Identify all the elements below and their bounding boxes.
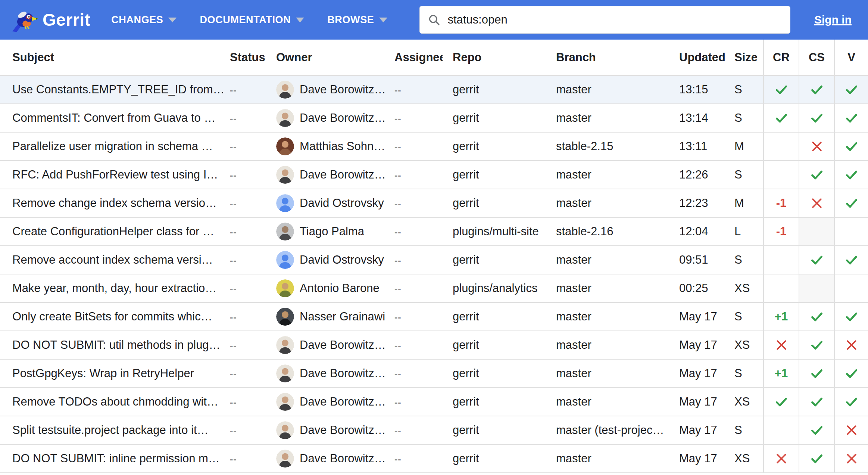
owner-name[interactable]: Dave Borowitz (… <box>300 168 387 181</box>
table-row[interactable]: Make year, month, day, hour extractio… -… <box>0 274 868 302</box>
table-row[interactable]: Remove change index schema versio… -- Da… <box>0 189 868 217</box>
repo-link[interactable]: gerrit <box>453 253 479 266</box>
v-vote-cell <box>834 331 868 359</box>
change-size: S <box>734 310 742 323</box>
cr-vote-cell <box>764 132 799 161</box>
repo-link[interactable]: gerrit <box>453 338 479 351</box>
branch-link[interactable]: master <box>556 83 591 96</box>
owner-name[interactable]: Dave Borowitz (… <box>300 111 387 125</box>
repo-link[interactable]: gerrit <box>453 452 479 465</box>
repo-link[interactable]: gerrit <box>453 111 479 124</box>
change-subject[interactable]: Make year, month, day, hour extractio… <box>12 282 216 295</box>
change-subject[interactable]: RFC: Add PushForReview test using I… <box>12 168 218 181</box>
change-subject[interactable]: Parallelize user migration in schema … <box>12 140 213 153</box>
change-subject[interactable]: Remove account index schema versi… <box>12 253 213 266</box>
change-subject[interactable]: Remove TODOs about chmodding wit… <box>12 395 218 408</box>
owner-name[interactable]: Dave Borowitz (… <box>300 452 387 465</box>
owner-name[interactable]: Dave Borowitz (… <box>300 395 387 409</box>
table-row[interactable]: DO NOT SUBMIT: inline permission m… -- D… <box>0 444 868 473</box>
updated-time: 09:51 <box>679 253 708 266</box>
assignee-cell: -- <box>387 161 443 189</box>
change-subject[interactable]: Use Constants.EMPTY_TREE_ID from… <box>12 83 225 96</box>
owner-name[interactable]: Antonio Barone <box>300 282 380 295</box>
size-cell: S <box>725 302 764 331</box>
branch-link[interactable]: master <box>556 253 591 266</box>
change-subject[interactable]: DO NOT SUBMIT: inline permission m… <box>12 452 220 465</box>
repo-link[interactable]: gerrit <box>453 423 479 437</box>
check-icon <box>844 366 859 381</box>
repo-link[interactable]: gerrit <box>453 367 479 380</box>
branch-link[interactable]: master <box>556 196 591 209</box>
table-row[interactable]: Only create BitSets for commits whic… --… <box>0 302 868 331</box>
table-row[interactable]: Split testsuite.project package into it…… <box>0 416 868 444</box>
owner-name[interactable]: Dave Borowitz (… <box>300 338 387 352</box>
repo-link[interactable]: gerrit <box>453 196 479 209</box>
branch-link[interactable]: master <box>556 367 591 380</box>
change-subject[interactable]: Create ConfigurationHelper class for … <box>12 225 214 238</box>
repo-cell: gerrit <box>443 75 546 104</box>
change-subject[interactable]: Split testsuite.project package into it… <box>12 423 209 437</box>
table-row[interactable]: Parallelize user migration in schema … -… <box>0 132 868 161</box>
owner-name[interactable]: Matthias Sohn (… <box>300 140 387 153</box>
owner-cell: Dave Borowitz (… <box>275 331 387 359</box>
owner-name[interactable]: Nasser Grainawi <box>300 310 385 323</box>
updated-cell: 12:04 <box>669 217 725 246</box>
assignee-cell: -- <box>387 388 443 416</box>
cross-icon <box>809 139 824 154</box>
repo-cell: gerrit <box>443 104 546 132</box>
owner-name[interactable]: Dave Borowitz (… <box>300 367 387 380</box>
owner-name[interactable]: Dave Borowitz (… <box>300 83 387 96</box>
table-row[interactable]: Remove TODOs about chmodding wit… -- Dav… <box>0 388 868 416</box>
nav-browse[interactable]: BROWSE <box>327 14 387 26</box>
branch-link[interactable]: master <box>556 452 591 465</box>
nav-documentation-label: DOCUMENTATION <box>200 14 291 26</box>
table-row[interactable]: Use Constants.EMPTY_TREE_ID from… -- Dav… <box>0 75 868 104</box>
column-header-cs: CS <box>799 40 834 75</box>
change-subject[interactable]: Remove change index schema versio… <box>12 196 217 209</box>
cs-vote-cell <box>799 416 834 444</box>
owner-name[interactable]: David Ostrovsky <box>300 196 384 210</box>
check-icon <box>809 309 824 324</box>
table-row[interactable]: DO NOT SUBMIT: util methods in plug… -- … <box>0 331 868 359</box>
branch-link[interactable]: master <box>556 282 591 295</box>
branch-link[interactable]: master <box>556 310 591 323</box>
repo-link[interactable]: gerrit <box>453 83 479 96</box>
search-bar[interactable] <box>419 6 790 34</box>
repo-link[interactable]: gerrit <box>453 140 479 153</box>
table-row[interactable]: Create ConfigurationHelper class for … -… <box>0 217 868 246</box>
subject-cell: Remove account index schema versi… <box>0 246 229 274</box>
owner-name[interactable]: Tiago Palma <box>300 225 364 238</box>
gerrit-logo[interactable]: Gerrit <box>11 7 90 32</box>
branch-link[interactable]: master <box>556 338 591 351</box>
branch-link[interactable]: master <box>556 395 591 408</box>
change-subject[interactable]: Only create BitSets for commits whic… <box>12 310 212 323</box>
repo-link[interactable]: gerrit <box>453 395 479 408</box>
cross-icon <box>844 338 859 353</box>
repo-link[interactable]: gerrit <box>453 168 479 181</box>
sign-in-link[interactable]: Sign in <box>814 13 852 26</box>
assignee-value: -- <box>394 142 402 152</box>
change-size: S <box>734 423 742 437</box>
search-input[interactable] <box>447 13 783 27</box>
owner-name[interactable]: David Ostrovsky <box>300 253 384 267</box>
branch-link[interactable]: master (test-projec… <box>556 423 664 437</box>
main-nav: CHANGES DOCUMENTATION BROWSE <box>111 14 410 26</box>
nav-documentation[interactable]: DOCUMENTATION <box>200 14 304 26</box>
change-subject[interactable]: PostGpgKeys: Wrap in RetryHelper <box>12 367 194 380</box>
change-subject[interactable]: DO NOT SUBMIT: util methods in plug… <box>12 338 221 351</box>
branch-link[interactable]: master <box>556 168 591 181</box>
branch-link[interactable]: stable-2.15 <box>556 140 613 153</box>
owner-name[interactable]: Dave Borowitz (… <box>300 423 387 437</box>
change-subject[interactable]: CommentsIT: Convert from Guava to … <box>12 111 215 124</box>
table-row[interactable]: CommentsIT: Convert from Guava to … -- D… <box>0 104 868 132</box>
repo-link[interactable]: gerrit <box>453 310 479 323</box>
repo-link[interactable]: plugins/analytics <box>453 282 537 295</box>
repo-link[interactable]: plugins/multi-site <box>453 225 539 238</box>
updated-time: May 17 <box>679 338 717 351</box>
table-row[interactable]: PostGpgKeys: Wrap in RetryHelper -- Dave… <box>0 359 868 388</box>
nav-changes[interactable]: CHANGES <box>111 14 177 26</box>
table-row[interactable]: RFC: Add PushForReview test using I… -- … <box>0 161 868 189</box>
branch-link[interactable]: master <box>556 111 591 124</box>
branch-link[interactable]: stable-2.16 <box>556 225 613 238</box>
table-row[interactable]: Remove account index schema versi… -- Da… <box>0 246 868 274</box>
